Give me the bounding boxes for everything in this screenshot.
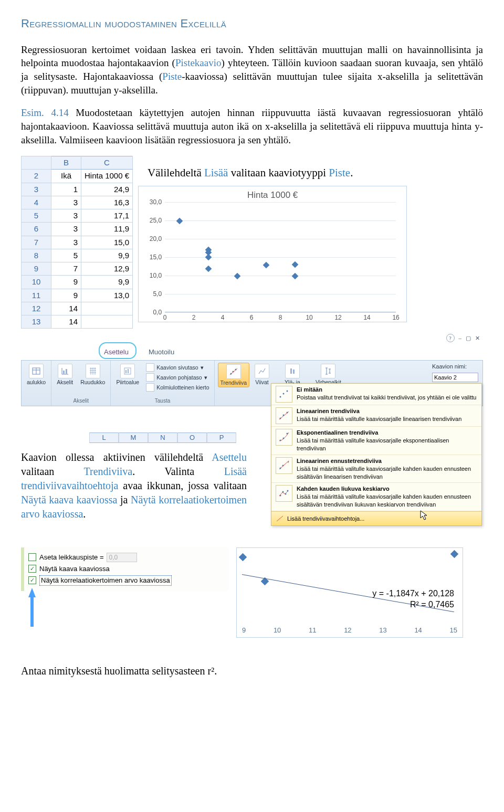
ribbon-area: Asettelu Muotoilu ? – ▢ ✕ aulukko Akseli… xyxy=(21,345,483,521)
ribbon-bg-options: Kaavion sivutaso ▾ Kaavion pohjataso ▾ K… xyxy=(144,363,211,392)
ribbon-item-aulukko[interactable]: aulukko xyxy=(25,363,48,386)
data-point-marker xyxy=(234,273,240,280)
axes-icon xyxy=(58,364,72,378)
checkbox-show-r2[interactable]: ✓ xyxy=(28,576,36,584)
svg-rect-6 xyxy=(125,370,127,373)
svg-rect-12 xyxy=(290,368,292,374)
header-cell-hinta[interactable]: Hinta 1000 € xyxy=(81,170,133,183)
chart-x-ticks: 9101112131415 xyxy=(242,626,457,635)
cursor-icon xyxy=(419,510,429,521)
trend-exp-icon xyxy=(276,429,292,446)
data-point-marker xyxy=(450,550,459,558)
trend-more-options[interactable]: Lisää trendiviivavaihtoehtoja... xyxy=(271,511,481,525)
svg-line-37 xyxy=(277,516,283,521)
ribbon-item-viivat[interactable]: Viivat xyxy=(253,363,271,386)
trendline-icon xyxy=(226,364,241,379)
opt-row-intercept: Aseta leikkauspiste = xyxy=(28,552,223,563)
paragraph-2: Esim. 4.14 Muodostetaan käytettyjen auto… xyxy=(21,106,483,146)
minimize-icon[interactable]: – xyxy=(459,334,462,342)
trend-option-none[interactable]: Ei mitäänPoistaa valitut trendiviivat ta… xyxy=(271,384,481,405)
opt-row-show-r2: ✓ Näytä korrelaatiokertoimen arvo kaavio… xyxy=(28,574,223,587)
col-header-b[interactable]: B xyxy=(51,156,81,170)
svg-rect-7 xyxy=(128,369,129,373)
table-corner[interactable] xyxy=(22,156,51,170)
trend-option-movingavg[interactable]: Kahden kauden liukuva keskiarvoLisää tai… xyxy=(271,483,481,511)
col-header-c[interactable]: C xyxy=(81,156,133,170)
trend-linear-icon xyxy=(276,407,292,424)
annotation-arrow-stem xyxy=(30,597,34,627)
chart-title: Hinta 1000 € xyxy=(139,186,406,203)
paragraph-3: Kaavion ollessa aktiivinen välilehdeltä … xyxy=(21,450,247,521)
svg-rect-4 xyxy=(66,369,67,374)
trend-none-icon xyxy=(276,386,292,403)
svg-line-11 xyxy=(230,368,237,375)
data-point-marker xyxy=(291,261,298,268)
excel-data-table: B C 2 Ikä Hinta 1000 € 3124,9 4316,3 531… xyxy=(21,156,133,329)
ui-term-pistekaavio: Pistekaavio xyxy=(175,57,222,68)
trend-option-exponential[interactable]: Eksponentiaalinen trendiviivaLisää tai m… xyxy=(271,427,481,455)
data-point-marker xyxy=(291,273,298,280)
svg-point-21 xyxy=(283,393,285,395)
row-header[interactable]: 2 xyxy=(22,170,51,183)
ribbon-item-akselit[interactable]: Akselit xyxy=(55,363,75,386)
restore-icon[interactable]: ▢ xyxy=(466,334,471,342)
chart-with-equation[interactable]: y = -1,1847x + 20,128 R² = 0,7465 910111… xyxy=(236,547,463,638)
tab-asettelu[interactable]: Asettelu xyxy=(100,345,133,359)
wall-icon xyxy=(146,363,154,372)
ribbon-item-trendiviiva[interactable]: Trendiviiva xyxy=(218,363,249,387)
data-point-marker xyxy=(262,262,269,269)
data-point-marker xyxy=(205,266,212,272)
trend-option-linear[interactable]: Lineaarinen trendiviivaLisää tai määritt… xyxy=(271,405,481,427)
lines-icon xyxy=(255,364,269,378)
ribbon-item-piirtoalue[interactable]: Piirtoalue xyxy=(114,363,141,386)
data-point-marker xyxy=(176,218,183,225)
checkbox-intercept[interactable] xyxy=(28,553,36,561)
svg-line-26 xyxy=(279,412,289,419)
ribbon-tabs: Asettelu Muotoilu xyxy=(100,345,483,359)
tab-muotoilu[interactable]: Muotoilu xyxy=(144,345,178,359)
errorbars-icon xyxy=(321,364,335,378)
header-cell-ika[interactable]: Ikä xyxy=(51,170,81,183)
chart-name-label: Kaavion nimi: xyxy=(432,363,478,371)
floor-icon xyxy=(146,373,154,382)
svg-rect-13 xyxy=(293,370,295,374)
instruction-text: Välilehdeltä Lisää valitaan kaaviotyyppi… xyxy=(133,156,400,180)
svg-rect-3 xyxy=(63,371,65,374)
svg-point-22 xyxy=(287,391,288,392)
ribbon-item-ruudukko[interactable]: Ruudukko xyxy=(78,363,107,386)
updownbars-icon xyxy=(285,364,300,378)
more-trend-icon xyxy=(276,514,284,523)
grid-icon xyxy=(86,364,100,378)
equation-label: y = -1,1847x + 20,128 R² = 0,7465 xyxy=(372,588,454,610)
data-point-marker xyxy=(205,254,212,261)
close-icon[interactable]: ✕ xyxy=(475,334,480,342)
svg-point-20 xyxy=(280,396,281,398)
ui-term-piste: Piste xyxy=(162,71,182,82)
paragraph-1: Regressiosuoran kertoimet voidaan laskea… xyxy=(21,43,483,97)
ribbon-item-sivutaso[interactable]: Kaavion sivutaso ▾ xyxy=(144,363,211,372)
plotarea-icon xyxy=(120,364,135,378)
scatter-chart[interactable]: Hinta 1000 € 0,05,010,015,020,025,030,00… xyxy=(138,186,407,322)
ribbon-item-virhepalkit[interactable]: Virhepalkit xyxy=(313,363,343,386)
annotation-arrow-head xyxy=(28,588,36,597)
table-icon xyxy=(29,364,44,378)
trend-forecast-icon xyxy=(276,457,292,474)
ribbon-item-3drot[interactable]: Kolmiulotteinen kierto xyxy=(144,383,211,392)
paragraph-final: Antaa nimityksestä huolimatta selitysast… xyxy=(21,664,231,678)
rotate3d-icon xyxy=(146,383,154,392)
example-label: Esim. 4.14 xyxy=(21,107,69,118)
trend-option-linear-forecast[interactable]: Lineaarinen ennustetrendiviivaLisää tai … xyxy=(271,455,481,483)
chart-name-input[interactable] xyxy=(432,373,478,382)
trend-movingavg-icon xyxy=(276,485,292,502)
opt-row-show-equation: ✓ Näytä kaava kaaviossa xyxy=(28,563,223,575)
checkbox-show-equation[interactable]: ✓ xyxy=(28,565,36,573)
data-point-marker xyxy=(239,553,247,561)
section-heading: Regressiomallin muodostaminen Excelillä xyxy=(21,16,483,31)
ribbon-item-pohjataso[interactable]: Kaavion pohjataso ▾ xyxy=(144,373,211,382)
trendline-dropdown-menu: Ei mitäänPoistaa valitut trendiviivat ta… xyxy=(271,383,482,526)
intercept-input[interactable] xyxy=(107,553,137,562)
trendline-options-panel: Aseta leikkauspiste = ✓ Näytä kaava kaav… xyxy=(21,547,229,591)
help-icon[interactable]: ? xyxy=(446,334,455,342)
